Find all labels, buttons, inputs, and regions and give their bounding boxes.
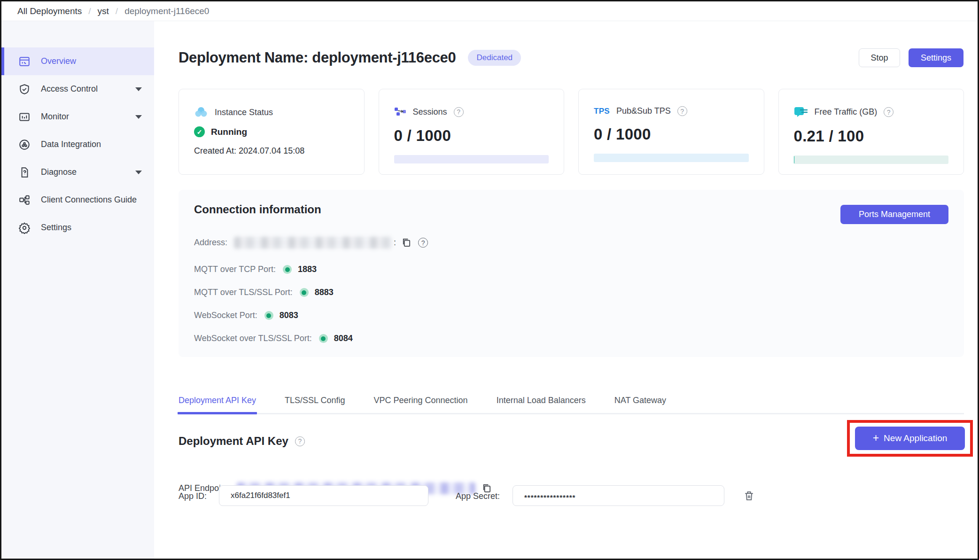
created-at: Created At: 2024.07.04 15:08 [194,146,349,156]
tps-label: Pub&Sub TPS [616,106,671,116]
sessions-value: 0 / 1000 [394,127,549,145]
breadcrumb-yst[interactable]: yst [98,6,109,16]
sessions-label: Sessions [413,107,447,117]
sidebar-item-label: Client Connections Guide [41,195,142,205]
tab-vpc-peering-connection[interactable]: VPC Peering Connection [374,388,468,413]
running-check-icon: ✓ [194,126,205,137]
sidebar-item-diagnose[interactable]: Diagnose [1,158,154,186]
breadcrumb-separator: / [88,6,91,16]
help-icon[interactable]: ? [418,238,428,248]
diagnose-document-icon [18,166,31,179]
port-label: WebSocket Port: [194,311,257,320]
address-row: Address: : ? [194,237,428,249]
sidebar-item-label: Data Integration [41,140,142,149]
port-status-dot [300,288,309,297]
sidebar-item-label: Monitor [41,112,135,122]
port-row: WebSocket over TLS/SSL Port: 8084 [194,334,353,343]
new-application-button[interactable]: + New Application [855,427,965,450]
new-application-label: New Application [884,433,947,443]
help-icon[interactable]: ? [677,106,687,116]
traffic-label: Free Traffic (GB) [815,107,878,117]
dedicated-badge: Dedicated [468,50,521,66]
app-window: All Deployments / yst / deployment-j116e… [0,0,979,560]
port-row: WebSocket Port: 8083 [194,311,298,320]
sessions-nodes-icon [394,106,406,117]
cloud-instance-icon [194,106,208,118]
page-title: Deployment Name: deployment-j116ece0 [179,49,456,66]
port-value: 1883 [298,264,317,274]
help-icon[interactable]: ? [295,436,305,446]
sidebar-item-access-control[interactable]: Access Control [1,75,154,103]
breadcrumb-all-deployments[interactable]: All Deployments [17,6,82,16]
connection-information-card: Connection information Ports Management … [179,190,964,357]
dashboard-icon [18,55,31,68]
app-secret-label: App Secret: [456,491,500,501]
sidebar-item-monitor[interactable]: Monitor [1,103,154,131]
sidebar-item-client-connections-guide[interactable]: Client Connections Guide [1,186,154,214]
tps-progress [594,154,749,162]
plus-icon: + [873,432,879,444]
sidebar-item-data-integration[interactable]: Data Integration [1,131,154,158]
help-icon[interactable]: ? [884,107,894,117]
help-icon[interactable]: ? [454,107,464,117]
port-label: MQTT over TLS/SSL Port: [194,288,293,297]
tps-value: 0 / 1000 [594,125,749,143]
trash-icon[interactable] [743,490,755,502]
sidebar-item-label: Overview [41,56,142,66]
monitor-chart-icon [18,111,31,123]
highlight-red-rectangle: + New Application [847,420,973,457]
settings-button[interactable]: Settings [909,48,963,67]
chevron-down-icon [135,171,142,174]
port-label: WebSocket over TLS/SSL Port: [194,334,312,343]
data-integration-icon [18,139,31,151]
app-id-value: x6fa21f6fd83fef1 [231,491,290,500]
main-content: Deployment Name: deployment-j116ece0 Ded… [154,21,978,559]
connections-guide-icon [18,194,31,206]
sidebar-item-label: Access Control [41,84,135,94]
port-row: MQTT over TLS/SSL Port: 8883 [194,288,334,297]
port-status-dot [264,311,273,320]
sessions-card: Sessions ? 0 / 1000 [379,89,565,175]
traffic-value: 0.21 / 100 [794,127,949,145]
address-colon: : [394,238,396,248]
free-traffic-card: Free Traffic (GB) ? 0.21 / 100 [778,89,964,175]
port-status-dot [283,265,292,274]
tab-tls-ssl-config[interactable]: TLS/SSL Config [285,388,345,413]
instance-status-card: Instance Status ✓ Running Created At: 20… [179,89,365,175]
sidebar: Overview Access Control Monitor Data Int… [1,21,154,559]
chevron-down-icon [135,115,142,119]
traffic-progress [794,156,949,164]
address-label: Address: [194,238,227,248]
breadcrumb: All Deployments / yst / deployment-j116e… [1,1,978,21]
pubsub-tps-card: TPS Pub&Sub TPS ? 0 / 1000 [578,89,764,175]
breadcrumb-separator: / [116,6,118,16]
port-row: MQTT over TCP Port: 1883 [194,264,317,274]
port-value: 8083 [280,311,298,320]
ports-management-button[interactable]: Ports Management [840,205,948,224]
app-secret-input[interactable]: **************** [513,485,724,506]
tab-internal-load-balancers[interactable]: Internal Load Balancers [497,388,586,413]
stop-button[interactable]: Stop [859,48,900,67]
tab-deployment-api-key[interactable]: Deployment API Key [179,388,256,413]
app-secret-value: **************** [524,490,575,501]
connection-information-title: Connection information [194,203,321,216]
address-value-redacted [234,237,392,249]
sidebar-item-overview[interactable]: Overview [1,47,154,75]
port-value: 8883 [315,288,334,297]
deployment-api-key-title: Deployment API Key [179,435,288,448]
chevron-down-icon [135,87,142,91]
breadcrumb-current-deployment: deployment-j116ece0 [124,6,209,16]
traffic-bubble-icon [794,106,808,118]
sessions-progress [394,155,549,163]
instance-status-label: Instance Status [215,108,273,117]
gear-icon [18,222,31,234]
app-id-label: App ID: [179,491,207,501]
copy-icon[interactable] [401,237,412,248]
tab-bar: Deployment API Key TLS/SSL Config VPC Pe… [179,388,964,414]
tps-icon: TPS [594,107,610,116]
stat-cards: Instance Status ✓ Running Created At: 20… [179,89,964,175]
tab-nat-gateway[interactable]: NAT Gateway [614,388,666,413]
port-value: 8084 [334,334,353,343]
app-id-input[interactable]: x6fa21f6fd83fef1 [219,485,428,506]
sidebar-item-settings[interactable]: Settings [1,214,154,241]
